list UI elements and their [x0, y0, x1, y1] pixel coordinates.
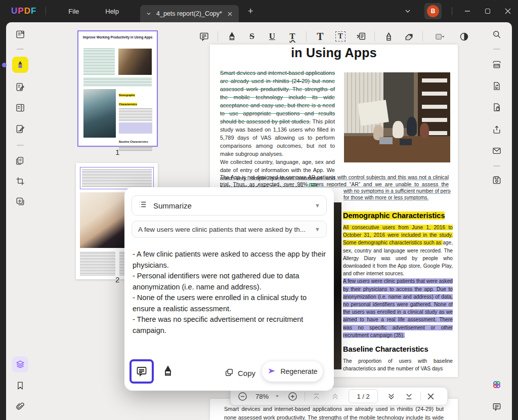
- tab-title: 4_pets report(2)_Copy*: [156, 10, 222, 17]
- mode-dropdown[interactable]: Summarize ▼: [132, 195, 327, 216]
- crop-icon[interactable]: [12, 173, 28, 189]
- highlight-icon[interactable]: [225, 30, 238, 43]
- organize-pages-icon[interactable]: [12, 100, 28, 116]
- zoom-dropdown-icon[interactable]: [275, 394, 280, 399]
- send-icon: [267, 366, 276, 377]
- email-icon[interactable]: [489, 143, 505, 159]
- shape-style-icon[interactable]: [457, 30, 470, 43]
- layers-icon[interactable]: [12, 356, 28, 372]
- ai-assistant-icon[interactable]: [489, 376, 505, 393]
- shape-rect-icon[interactable]: [430, 30, 450, 43]
- copy-button[interactable]: Copy: [225, 368, 255, 379]
- thumbnail-heading: Demographic Characteristics: [119, 94, 137, 106]
- menu-file[interactable]: File: [55, 5, 92, 18]
- body-text: age, sex, country and language were reco…: [343, 240, 453, 276]
- regenerate-button[interactable]: Regenerate: [262, 361, 323, 382]
- summary-bullet: - None of the users were enrolled in a c…: [133, 292, 329, 314]
- annotate-highlighter-icon[interactable]: [12, 57, 28, 73]
- window-chevron-icon[interactable]: [404, 8, 411, 15]
- note-icon[interactable]: [489, 399, 505, 415]
- menu-help[interactable]: Help: [92, 5, 132, 18]
- share-icon[interactable]: [489, 121, 505, 138]
- maximize-icon[interactable]: [478, 0, 498, 22]
- underline-icon[interactable]: U: [266, 30, 279, 43]
- ocr-icon[interactable]: OCR: [489, 57, 505, 73]
- next-page-icon[interactable]: [387, 392, 396, 401]
- text-callout-icon[interactable]: [354, 30, 367, 43]
- avatar[interactable]: B: [427, 5, 439, 17]
- close-icon[interactable]: [498, 0, 518, 22]
- annotation-toolbar: S U T T T: [197, 28, 470, 45]
- thumbnail-photo: [118, 49, 152, 75]
- add-as-highlight-button[interactable]: [160, 363, 176, 380]
- eraser-icon[interactable]: [402, 30, 415, 43]
- zoom-level: 78%: [255, 393, 269, 400]
- protect-icon[interactable]: [489, 99, 505, 115]
- pencil-icon[interactable]: [382, 30, 395, 43]
- text-comment-icon[interactable]: T: [314, 30, 327, 43]
- search-icon[interactable]: [489, 26, 505, 43]
- edit-icon[interactable]: [12, 79, 28, 95]
- summary-bullet: - Personal identifiers were not gathered…: [133, 271, 329, 292]
- fill-sign-icon[interactable]: [12, 121, 28, 137]
- logo-letter: U: [11, 6, 18, 16]
- source-text-dropdown[interactable]: A few users were clinic patients that we…: [132, 221, 327, 238]
- first-page-icon[interactable]: [312, 392, 321, 401]
- zoom-in-icon[interactable]: [288, 392, 297, 401]
- thumbnail-page1-label: 1: [115, 148, 119, 156]
- strikethrough-icon[interactable]: S: [245, 30, 258, 43]
- thumbnail-text: [83, 78, 152, 86]
- bookmark-icon[interactable]: [12, 377, 28, 394]
- close-toolbar-icon[interactable]: [427, 393, 435, 400]
- new-tab-icon[interactable]: +: [248, 6, 253, 17]
- document-title: in Using Apps: [210, 46, 458, 60]
- thumbnail-photo: [80, 192, 126, 248]
- summary-result: - A few clinic patients were asked to ac…: [133, 249, 329, 336]
- reader-icon[interactable]: [12, 26, 28, 43]
- document-tab[interactable]: 4_pets report(2)_Copy*: [140, 5, 239, 22]
- attachment-icon[interactable]: [12, 399, 28, 415]
- divider: [17, 145, 24, 146]
- squiggly-underline-icon[interactable]: T: [286, 30, 299, 43]
- divider: [305, 392, 305, 401]
- add-as-comment-button[interactable]: [130, 359, 154, 384]
- tab-close-icon[interactable]: [227, 11, 233, 17]
- divider: [422, 31, 423, 41]
- meeting-room-photo: [344, 72, 450, 162]
- yellow-highlighted-text: All consecutive users from June 1, 2016 …: [343, 225, 453, 245]
- text-box-icon[interactable]: T: [334, 30, 347, 43]
- divider: [452, 7, 452, 15]
- watermark-icon[interactable]: [12, 193, 28, 209]
- strikethrough-text: Smart devices and internet-based applica…: [220, 70, 335, 124]
- divider: [46, 7, 46, 15]
- tab-chevron-icon[interactable]: [146, 11, 151, 16]
- save-icon[interactable]: [489, 172, 505, 188]
- account-button[interactable]: B: [424, 3, 442, 19]
- logo-letter: D: [24, 6, 31, 16]
- popup-footer: Copy Regenerate: [124, 357, 334, 384]
- thumbnail-selected-text: [80, 167, 154, 189]
- thumbnail-page-1[interactable]: Improve Working Productivity in Using Ap…: [78, 31, 157, 146]
- batch-pages-icon[interactable]: [12, 153, 28, 169]
- body-text: The proportion of users with baseline ch…: [343, 357, 453, 372]
- thumbnail-heading: Baseline Characteristics: [119, 140, 148, 143]
- convert-icon[interactable]: [489, 78, 505, 94]
- page-indicator[interactable]: 1 / 2: [349, 389, 378, 403]
- minimize-icon[interactable]: [457, 0, 478, 22]
- title-bar: U P D F File Help 4_pets report(2)_Copy*…: [0, 0, 518, 22]
- divider: [374, 31, 375, 41]
- divider: [493, 165, 500, 166]
- summary-bullet: - There was no specific advertisement or…: [133, 314, 329, 336]
- summary-bullet: - A few clinic patients were asked to ac…: [133, 249, 329, 271]
- logo-letter: P: [18, 6, 24, 16]
- last-page-icon[interactable]: [405, 392, 413, 401]
- prev-page-icon[interactable]: [331, 392, 339, 401]
- underlined-paragraph-fragment: with no symptoms in a sufficient number …: [343, 188, 451, 194]
- ai-summarize-popup: Summarize ▼ A few users were clinic pati…: [124, 187, 334, 391]
- divider: [306, 31, 307, 41]
- comment-icon[interactable]: [197, 30, 210, 43]
- thumbnail-text: [119, 108, 152, 121]
- thumbnail-photo: [83, 89, 116, 138]
- zoom-out-icon[interactable]: [238, 392, 247, 401]
- titlebar-right: B: [404, 0, 518, 22]
